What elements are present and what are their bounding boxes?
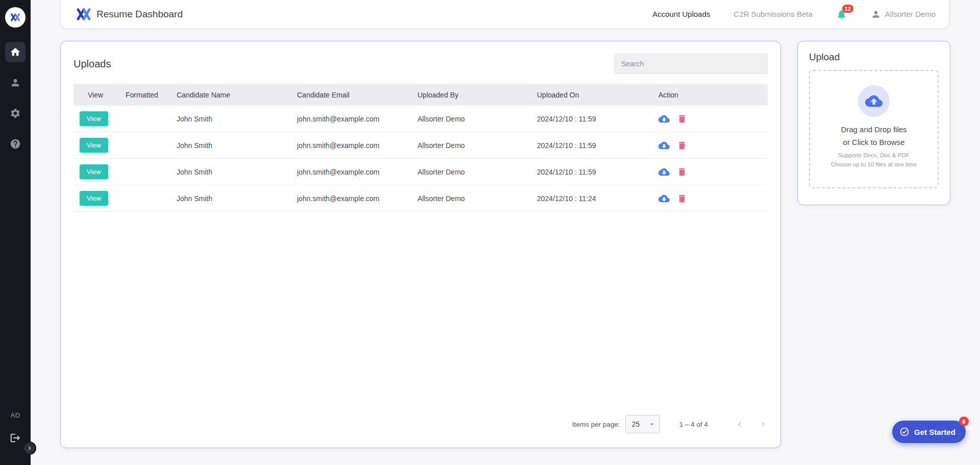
sidebar-item-home[interactable] — [5, 42, 26, 62]
table-row: View John Smith john.smith@example.com A… — [74, 159, 768, 185]
page-size-value: 25 — [632, 420, 640, 428]
logout-button[interactable] — [10, 432, 21, 444]
view-button[interactable]: View — [80, 111, 108, 126]
download-button[interactable] — [658, 166, 670, 178]
cell-action — [651, 166, 768, 178]
upload-icon-circle — [858, 85, 890, 117]
uploads-card: Uploads View Formatted Candidate Name Ca… — [60, 41, 781, 448]
sidebar-item-settings[interactable] — [5, 103, 26, 124]
download-button[interactable] — [658, 193, 670, 204]
column-view: View — [74, 91, 118, 99]
gear-icon — [10, 108, 21, 119]
column-candidate-email: Candidate Email — [290, 91, 410, 99]
trash-icon — [677, 140, 687, 151]
chevron-right-icon — [758, 419, 768, 429]
table-header-row: View Formatted Candidate Name Candidate … — [74, 84, 768, 106]
delete-button[interactable] — [677, 167, 687, 177]
app-logo — [5, 7, 26, 28]
search-input[interactable] — [615, 54, 768, 74]
cell-uploaded-on: 2024/12/10 : 11:59 — [530, 168, 651, 176]
dropzone-drag-text: Drag and Drop files — [841, 125, 906, 134]
view-button[interactable]: View — [80, 138, 108, 153]
items-per-page-label: Items per page: — [572, 421, 620, 428]
trash-icon — [677, 114, 687, 124]
pagination: Items per page: 25 1 – 4 of 4 — [572, 415, 768, 433]
column-formatted: Formatted — [118, 91, 169, 99]
sidebar-item-help[interactable] — [5, 134, 26, 154]
cell-action — [651, 140, 768, 151]
cell-candidate-email: john.smith@example.com — [290, 168, 410, 176]
notifications-button[interactable]: 12 — [836, 9, 847, 20]
user-name: Allsorter Demo — [885, 10, 936, 18]
help-icon — [10, 138, 21, 150]
nav-c2r-submissions[interactable]: C2R Submissions Beta — [734, 10, 813, 18]
check-circle-icon — [899, 427, 910, 437]
sidebar-item-users[interactable] — [5, 72, 26, 93]
get-started-label: Get Started — [914, 428, 955, 436]
cell-candidate-email: john.smith@example.com — [290, 141, 410, 150]
page-title: Resume Dashboard — [96, 9, 183, 20]
uploads-card-header: Uploads — [61, 41, 780, 84]
previous-page-button[interactable] — [734, 419, 745, 429]
brand: Resume Dashboard — [76, 8, 183, 20]
upload-panel: Upload Drag and Drop files or Click to B… — [797, 41, 950, 205]
sidebar-nav — [5, 42, 26, 154]
cell-uploaded-by: Allsorter Demo — [410, 194, 530, 203]
cell-uploaded-by: Allsorter Demo — [410, 115, 530, 123]
table-row: View John Smith john.smith@example.com A… — [74, 132, 768, 159]
top-bar: Resume Dashboard Account Uploads C2R Sub… — [60, 0, 949, 29]
trash-icon — [677, 193, 687, 204]
column-uploaded-on: Uploaded On — [530, 91, 651, 99]
download-button[interactable] — [658, 113, 670, 125]
sidebar: AD — [0, 0, 31, 465]
user-icon — [871, 9, 881, 19]
cloud-download-icon — [658, 193, 670, 204]
delete-button[interactable] — [677, 193, 687, 204]
next-page-button[interactable] — [758, 419, 768, 429]
get-started-badge: 8 — [959, 417, 969, 426]
sidebar-collapse-button[interactable] — [23, 442, 36, 455]
delete-button[interactable] — [677, 140, 687, 151]
dropzone-limit-text: Choose up to 10 files at one time — [831, 161, 917, 167]
dropzone-supports-text: Supports Docx, Doc & PDF — [838, 152, 909, 158]
upload-panel-title: Upload — [809, 52, 939, 63]
table-row: View John Smith john.smith@example.com A… — [74, 185, 768, 212]
download-button[interactable] — [658, 140, 670, 151]
trash-icon — [677, 167, 687, 177]
cell-candidate-name: John Smith — [169, 168, 290, 176]
cloud-upload-icon — [865, 92, 883, 110]
cell-uploaded-by: Allsorter Demo — [410, 168, 530, 176]
view-button[interactable]: View — [80, 164, 108, 179]
user-menu[interactable]: Allsorter Demo — [871, 9, 936, 19]
cell-action — [651, 193, 768, 204]
brand-logo-icon — [76, 8, 91, 20]
cell-candidate-email: john.smith@example.com — [290, 115, 410, 123]
view-button[interactable]: View — [80, 191, 108, 206]
page-size-select[interactable]: 25 — [625, 415, 660, 433]
cell-uploaded-by: Allsorter Demo — [410, 141, 530, 150]
uploads-title: Uploads — [74, 58, 111, 70]
chevron-right-icon — [26, 445, 33, 452]
nav-account-uploads[interactable]: Account Uploads — [652, 10, 710, 18]
cell-candidate-name: John Smith — [169, 194, 290, 203]
dropzone-browse-text: or Click to Browse — [843, 138, 905, 146]
delete-button[interactable] — [677, 114, 687, 124]
pagination-range: 1 – 4 of 4 — [679, 421, 708, 428]
get-started-button[interactable]: Get Started 8 — [892, 421, 966, 443]
cell-candidate-name: John Smith — [169, 115, 290, 123]
column-action: Action — [651, 91, 768, 99]
notification-badge: 12 — [842, 5, 853, 13]
cell-candidate-name: John Smith — [169, 141, 290, 150]
cloud-download-icon — [658, 140, 670, 151]
cell-uploaded-on: 2024/12/10 : 11:59 — [530, 115, 651, 123]
cloud-download-icon — [658, 166, 670, 178]
cell-action — [651, 113, 768, 125]
file-dropzone[interactable]: Drag and Drop files or Click to Browse S… — [809, 70, 939, 188]
logo-icon — [10, 13, 20, 21]
logout-icon — [10, 432, 21, 444]
column-uploaded-by: Uploaded By — [410, 91, 530, 99]
home-icon — [10, 46, 21, 58]
chevron-down-icon — [648, 421, 655, 428]
uploads-table: View Formatted Candidate Name Candidate … — [74, 84, 768, 212]
table-row: View John Smith john.smith@example.com A… — [74, 106, 768, 132]
